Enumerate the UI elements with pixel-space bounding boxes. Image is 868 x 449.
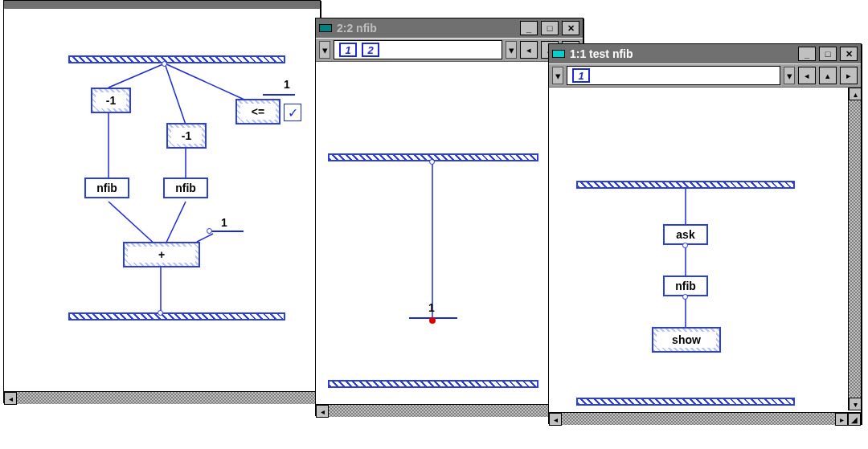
tool-chips-box: 1 — [567, 66, 780, 85]
tool-tab-right[interactable]: ▾ — [784, 67, 795, 84]
scroll-up-icon[interactable]: ▴ — [849, 88, 862, 100]
scroll-down-icon[interactable]: ▾ — [849, 398, 862, 410]
svg-line-6 — [165, 202, 186, 246]
window-icon — [552, 50, 565, 58]
node-show[interactable]: show — [652, 327, 721, 353]
node-nfib-right[interactable]: nfib — [163, 178, 208, 198]
maximize-button[interactable]: □ — [819, 47, 837, 61]
output-bar — [68, 312, 285, 320]
input-bar — [68, 55, 285, 63]
node-plus[interactable]: + — [123, 242, 200, 267]
scroll-left-icon[interactable]: ◂ — [4, 392, 17, 405]
svg-line-1 — [165, 63, 186, 124]
close-button[interactable]: ✕ — [562, 21, 579, 35]
input-bar — [576, 181, 795, 189]
toolbar-w2: ▾ 1 2 ▾ ◂ ▴ ▸ — [316, 38, 583, 62]
minimize-button[interactable]: _ — [798, 47, 816, 61]
node-minus1-left[interactable]: -1 — [91, 88, 131, 113]
chip-1[interactable]: 1 — [339, 43, 357, 57]
scroll-left-icon[interactable]: ◂ — [549, 413, 562, 426]
output-bar — [328, 380, 538, 388]
nav-left-button[interactable]: ◂ — [520, 41, 538, 59]
minimize-button[interactable]: _ — [520, 21, 538, 35]
scrollbar-h-w3[interactable]: ◂ ▸ ◢ — [549, 412, 861, 425]
chip-1[interactable]: 1 — [572, 68, 590, 83]
client-w2: 1 — [316, 62, 583, 404]
toolbar-w3: ▾ 1 ▾ ◂ ▴ ▸ — [549, 63, 861, 88]
titlebar-w3[interactable]: 1:1 test nfib _ □ ✕ — [549, 44, 861, 63]
tool-tab-left[interactable]: ▾ — [552, 67, 563, 84]
window-test-nfib[interactable]: 1:1 test nfib _ □ ✕ ▾ 1 ▾ ◂ ▴ ▸ — [548, 43, 862, 424]
const-1-center: 1 — [428, 301, 435, 314]
titlebar-w2[interactable]: 2:2 nfib _ □ ✕ — [316, 18, 583, 38]
window-title: 1:1 test nfib — [570, 47, 793, 60]
client-w3: ask nfib show — [549, 88, 848, 412]
node-minus1-right[interactable]: -1 — [166, 123, 207, 149]
tool-tab-left[interactable]: ▾ — [319, 41, 330, 59]
svg-line-2 — [165, 63, 253, 104]
canvas-w3[interactable]: ask nfib show — [549, 88, 848, 412]
resize-grip[interactable]: ◢ — [848, 413, 861, 426]
node-nfib-left[interactable]: nfib — [84, 178, 129, 198]
nav-right-button[interactable]: ▸ — [840, 67, 858, 84]
const-1-top: 1 — [284, 78, 290, 91]
scroll-right-icon[interactable]: ▸ — [835, 413, 848, 426]
svg-line-0 — [108, 63, 165, 88]
check-button[interactable]: ✓ — [284, 104, 301, 121]
canvas-w2[interactable]: 1 — [316, 62, 583, 404]
window-nfib-2-2[interactable]: 2:2 nfib _ □ ✕ ▾ 1 2 ▾ ◂ ▴ ▸ — [315, 18, 583, 416]
canvas-w1[interactable]: -1 -1 <= ✓ nfib nfib — [4, 9, 320, 391]
chip-2[interactable]: 2 — [362, 43, 379, 57]
tool-chips-box: 1 2 — [334, 40, 502, 59]
window-nfib-graph-left[interactable]: -1 -1 <= ✓ nfib nfib — [3, 0, 321, 403]
scrollbar-h-w1[interactable]: ◂ — [4, 391, 320, 404]
const-1-mid: 1 — [221, 216, 227, 229]
output-bar — [576, 398, 795, 406]
close-button[interactable]: ✕ — [840, 47, 858, 61]
titlebar-w1[interactable] — [4, 1, 320, 9]
tool-tab-right[interactable]: ▾ — [506, 41, 517, 59]
svg-line-5 — [108, 202, 157, 246]
scrollbar-v-w3[interactable]: ▴ ▾ — [848, 88, 861, 410]
maximize-button[interactable]: □ — [541, 21, 559, 35]
scrollbar-h-w2[interactable]: ◂ — [316, 404, 583, 417]
scroll-left-icon[interactable]: ◂ — [316, 405, 329, 418]
nav-left-button[interactable]: ◂ — [798, 67, 816, 84]
nav-up-button[interactable]: ▴ — [819, 67, 837, 84]
breakpoint-dot[interactable] — [429, 317, 436, 324]
window-title: 2:2 nfib — [337, 22, 515, 35]
node-le[interactable]: <= — [235, 99, 280, 124]
window-icon — [319, 24, 332, 32]
svg-line-8 — [197, 234, 213, 242]
client-w1: -1 -1 <= ✓ nfib nfib — [4, 9, 320, 391]
